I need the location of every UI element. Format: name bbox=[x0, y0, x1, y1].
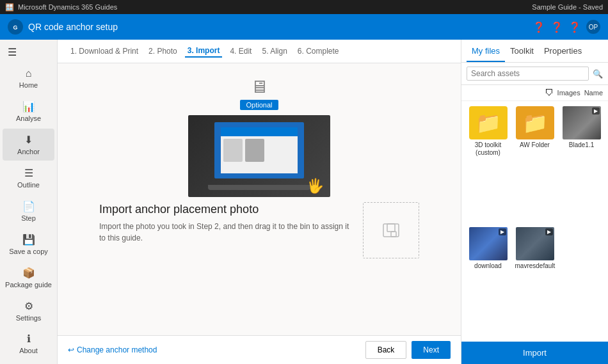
asset-item-blade1[interactable]: ▶ Blade1.1 bbox=[560, 106, 603, 223]
sidebar-label-home: Home bbox=[19, 81, 38, 89]
asset-label-blade1: Blade1.1 bbox=[569, 141, 594, 149]
anchor-image: 🖐 bbox=[188, 115, 330, 197]
images-view-button[interactable]: Images bbox=[557, 89, 580, 97]
hamburger-button[interactable]: ☰ bbox=[0, 42, 57, 62]
sidebar-item-package-guide[interactable]: 📦 Package guide bbox=[3, 262, 54, 294]
search-input[interactable] bbox=[467, 67, 589, 81]
content-area: 1. Download & Print 2. Photo 3. Import 4… bbox=[58, 40, 461, 364]
right-panel: My files Toolkit Properties 🔍 ⛉ Images N… bbox=[461, 40, 608, 364]
toolbar-icons: ❓ ❓ ❓ OP bbox=[532, 20, 600, 34]
footer-buttons: Back Next bbox=[365, 341, 451, 359]
assets-grid: 📁 3D toolkit (custom) 📁 AW Folder ▶ Blad… bbox=[461, 101, 608, 342]
asset-thumb-3d-toolkit: 📁 bbox=[469, 106, 508, 139]
sidebar: ☰ ⌂ Home 📊 Analyse ⬇ Anchor ☰ Outline 📄 … bbox=[0, 40, 58, 364]
asset-thumb-download: ▶ bbox=[469, 227, 508, 260]
sidebar-label-analyse: Analyse bbox=[16, 115, 41, 122]
package-guide-icon: 📦 bbox=[22, 267, 35, 279]
sidebar-label-anchor: Anchor bbox=[17, 148, 40, 155]
anchor-icon: ⬇ bbox=[24, 134, 33, 146]
sidebar-item-about[interactable]: ℹ About bbox=[3, 328, 54, 360]
about-icon: ℹ bbox=[27, 333, 31, 345]
svg-rect-3 bbox=[387, 224, 395, 232]
optional-badge: Optional bbox=[240, 100, 279, 110]
sidebar-item-analyse[interactable]: 📊 Analyse bbox=[3, 95, 54, 127]
asset-thumb-aw-folder: 📁 bbox=[516, 106, 554, 139]
step-icon: 📄 bbox=[22, 200, 35, 212]
guide-saved-label: Sample Guide - Saved bbox=[532, 3, 603, 11]
step-4[interactable]: 4. Edit bbox=[227, 45, 254, 57]
import-title: Import anchor placement photo bbox=[99, 202, 353, 217]
search-bar: 🔍 bbox=[461, 63, 608, 85]
step-3[interactable]: 3. Import bbox=[185, 45, 223, 58]
asset-label-3d-toolkit: 3D toolkit (custom) bbox=[468, 141, 508, 157]
save-copy-icon: 💾 bbox=[22, 233, 35, 246]
computer-icon: 🖥 bbox=[250, 76, 268, 97]
import-desc: Import the photo you took in Step 2, and… bbox=[99, 221, 353, 244]
download-badge: ▶ bbox=[499, 228, 506, 235]
next-button[interactable]: Next bbox=[412, 341, 451, 359]
sidebar-label-package-guide: Package guide bbox=[5, 281, 52, 289]
asset-label-download: download bbox=[474, 262, 502, 270]
analyse-icon: 📊 bbox=[22, 100, 35, 113]
app-name-label: Microsoft Dynamics 365 Guides bbox=[18, 3, 117, 11]
filter-icon[interactable]: ⛉ bbox=[545, 88, 554, 98]
tab-properties[interactable]: Properties bbox=[539, 40, 587, 62]
outline-icon: ☰ bbox=[24, 167, 33, 179]
step-1[interactable]: 1. Download & Print bbox=[68, 45, 141, 57]
asset-thumb-blade1: ▶ bbox=[563, 106, 601, 139]
blade1-badge: ▶ bbox=[592, 107, 600, 115]
asset-thumb-mavresdefault: ▶ bbox=[516, 227, 554, 260]
anchor-setup-box: 🖥 Optional bbox=[99, 76, 419, 258]
change-anchor-method-button[interactable]: ↩ Change anchor method bbox=[68, 345, 157, 354]
change-method-icon: ↩ bbox=[68, 345, 74, 354]
tab-toolkit[interactable]: Toolkit bbox=[505, 40, 539, 62]
import-button[interactable]: Import bbox=[461, 342, 608, 364]
user-avatar[interactable]: OP bbox=[586, 20, 600, 34]
right-panel-tabs: My files Toolkit Properties bbox=[461, 40, 608, 63]
sidebar-label-about: About bbox=[19, 347, 38, 354]
asset-item-mavresdefault[interactable]: ▶ mavresdefault bbox=[513, 227, 556, 336]
sidebar-item-outline[interactable]: ☰ Outline bbox=[3, 162, 54, 194]
step-6[interactable]: 6. Complete bbox=[295, 45, 342, 57]
sidebar-label-settings: Settings bbox=[16, 314, 42, 322]
tab-my-files[interactable]: My files bbox=[467, 40, 505, 62]
settings-icon: ⚙ bbox=[24, 300, 33, 312]
sidebar-label-step: Step bbox=[21, 214, 36, 222]
asset-item-3d-toolkit[interactable]: 📁 3D toolkit (custom) bbox=[467, 106, 509, 223]
asset-label-aw-folder: AW Folder bbox=[520, 141, 550, 149]
name-view-button[interactable]: Name bbox=[584, 89, 603, 97]
asset-label-mavresdefault: mavresdefault bbox=[515, 262, 555, 270]
title-bar: 🪟 Microsoft Dynamics 365 Guides Sample G… bbox=[0, 0, 608, 14]
app-logo: G bbox=[8, 19, 23, 35]
content-footer: ↩ Change anchor method Back Next bbox=[58, 335, 461, 364]
search-icon[interactable]: 🔍 bbox=[593, 69, 603, 79]
drop-zone[interactable] bbox=[363, 202, 419, 258]
sidebar-label-save-copy: Save a copy bbox=[9, 248, 48, 255]
main-layout: ☰ ⌂ Home 📊 Analyse ⬇ Anchor ☰ Outline 📄 … bbox=[0, 40, 608, 364]
mavresdefault-badge: ▶ bbox=[545, 228, 553, 235]
help-icon-2[interactable]: ❓ bbox=[550, 21, 563, 33]
step-5[interactable]: 5. Align bbox=[259, 45, 289, 57]
asset-item-aw-folder[interactable]: 📁 AW Folder bbox=[513, 106, 556, 223]
sidebar-item-save-copy[interactable]: 💾 Save a copy bbox=[3, 228, 54, 260]
back-button[interactable]: Back bbox=[365, 341, 407, 359]
app-header: G QR code anchor setup ❓ ❓ ❓ OP bbox=[0, 14, 608, 40]
sidebar-item-step[interactable]: 📄 Step bbox=[3, 195, 54, 227]
steps-nav: 1. Download & Print 2. Photo 3. Import 4… bbox=[58, 40, 461, 63]
sidebar-item-home[interactable]: ⌂ Home bbox=[3, 63, 54, 94]
sidebar-item-settings[interactable]: ⚙ Settings bbox=[3, 295, 54, 327]
home-icon: ⌂ bbox=[26, 68, 32, 79]
svg-rect-4 bbox=[391, 232, 396, 237]
main-content: 🖥 Optional bbox=[58, 63, 461, 335]
asset-item-download[interactable]: ▶ download bbox=[467, 227, 509, 336]
svg-text:G: G bbox=[13, 24, 17, 31]
app-title: QR code anchor setup bbox=[28, 22, 118, 32]
change-method-label: Change anchor method bbox=[77, 345, 157, 354]
step-2[interactable]: 2. Photo bbox=[146, 45, 180, 57]
help-icon-3[interactable]: ❓ bbox=[568, 21, 581, 33]
ms-logo-icon: 🪟 bbox=[5, 3, 14, 12]
text-section: Import anchor placement photo Import the… bbox=[99, 202, 419, 258]
sidebar-label-outline: Outline bbox=[17, 181, 40, 189]
sidebar-item-anchor[interactable]: ⬇ Anchor bbox=[3, 129, 54, 161]
help-icon-1[interactable]: ❓ bbox=[532, 21, 545, 33]
